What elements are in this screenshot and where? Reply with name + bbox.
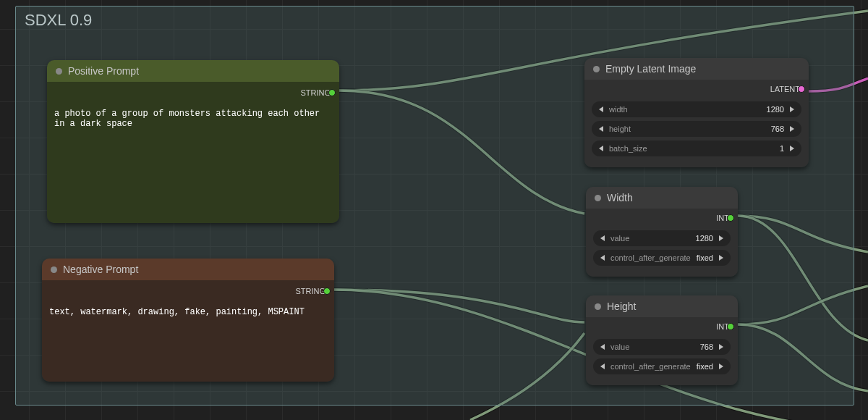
arrow-right-icon[interactable] [719,364,723,369]
widget-label: width [608,105,628,114]
node-title: Width [607,192,633,203]
output-row-string: STRING [49,285,327,300]
node-collapse-dot-icon[interactable] [51,266,57,273]
widget-label: height [608,125,631,133]
arrow-left-icon[interactable] [600,235,605,241]
node-width[interactable]: Width INT value 1280 control_after_gener… [586,187,738,277]
node-title: Positive Prompt [68,65,139,77]
output-socket-icon[interactable] [727,323,734,330]
node-header[interactable]: Positive Prompt [47,60,339,82]
output-label: STRING [300,88,331,97]
widget-value[interactable]: fixed [691,362,715,371]
output-socket-icon[interactable] [798,85,805,93]
arrow-right-icon[interactable] [719,344,723,350]
arrow-left-icon[interactable] [600,344,605,350]
node-title: Negative Prompt [63,264,138,275]
arrow-left-icon[interactable] [600,255,605,261]
widget-width[interactable]: width 1280 [592,101,801,117]
output-socket-icon[interactable] [328,89,336,96]
node-header[interactable]: Width [586,187,738,209]
widget-label: control_after_generate [609,253,691,262]
widget-label: batch_size [608,144,647,153]
node-title: Empty Latent Image [605,63,696,75]
widget-value[interactable]: fixed [691,253,715,262]
node-collapse-dot-icon[interactable] [595,195,601,201]
widget-height[interactable]: height 768 [592,121,801,137]
widget-value[interactable]: 1280 [629,234,715,243]
node-header[interactable]: Negative Prompt [42,259,334,280]
node-height[interactable]: Height INT value 768 control_after_gener… [586,295,738,385]
widget-value[interactable]: 1 [647,144,786,153]
arrow-left-icon[interactable] [600,364,605,369]
node-collapse-dot-icon[interactable] [593,66,600,72]
prompt-textarea[interactable]: a photo of a group of monsters attacking… [54,101,332,129]
node-title: Height [607,301,636,312]
widget-label: value [609,343,629,351]
arrow-right-icon[interactable] [719,255,723,261]
group-title: SDXL 0.9 [25,11,92,30]
widget-control-after-generate[interactable]: control_after_generate fixed [593,358,731,374]
node-collapse-dot-icon[interactable] [595,303,601,310]
arrow-right-icon[interactable] [790,126,794,132]
widget-control-after-generate[interactable]: control_after_generate fixed [593,250,731,266]
arrow-right-icon[interactable] [790,106,794,112]
widget-batch-size[interactable]: batch_size 1 [592,140,801,156]
widget-value[interactable]: value 1280 [593,230,731,246]
prompt-textarea[interactable]: text, watermark, drawing, fake, painting… [49,300,327,317]
arrow-right-icon[interactable] [719,235,723,241]
widget-value[interactable]: 1280 [628,105,786,114]
output-label: LATENT [770,85,800,93]
node-positive-prompt[interactable]: Positive Prompt STRING a photo of a grou… [47,60,339,223]
output-label: STRING [295,287,326,295]
widget-label: control_after_generate [609,362,691,371]
node-collapse-dot-icon[interactable] [56,68,62,75]
output-row-int: INT [593,211,731,227]
arrow-right-icon[interactable] [790,146,794,151]
widget-value[interactable]: 768 [631,125,786,133]
widget-value[interactable]: 768 [629,343,715,351]
widget-value[interactable]: value 768 [593,339,731,355]
node-negative-prompt[interactable]: Negative Prompt STRING text, watermark, … [42,259,334,382]
node-header[interactable]: Height [586,295,738,317]
output-row-string: STRING [54,86,332,101]
node-empty-latent-image[interactable]: Empty Latent Image LATENT width 1280 hei… [584,58,809,167]
arrow-left-icon[interactable] [599,146,603,151]
node-header[interactable]: Empty Latent Image [584,58,809,80]
output-socket-icon[interactable] [323,287,331,295]
arrow-left-icon[interactable] [599,106,603,112]
output-row-int: INT [593,320,731,335]
output-row-latent: LATENT [592,83,801,98]
output-socket-icon[interactable] [727,214,734,222]
widget-label: value [609,234,629,243]
arrow-left-icon[interactable] [599,126,603,132]
